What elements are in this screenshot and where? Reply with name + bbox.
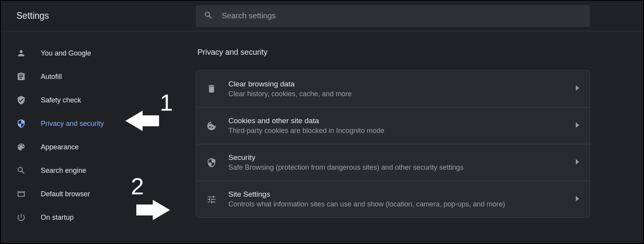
row-text: Security Safe Browsing (protection from …	[228, 153, 575, 172]
sidebar-item-appearance[interactable]: Appearance	[4, 135, 196, 159]
row-clear-browsing-data[interactable]: Clear browsing data Clear history, cooki…	[196, 70, 590, 107]
sidebar-item-label: You and Google	[41, 49, 91, 57]
cookie-icon	[206, 121, 217, 131]
tune-icon	[206, 194, 217, 205]
settings-header: Settings	[1, 1, 643, 31]
security-icon	[16, 119, 26, 128]
sidebar-item-label: Safety check	[41, 96, 81, 104]
search-input[interactable]	[222, 11, 582, 20]
row-security[interactable]: Security Safe Browsing (protection from …	[196, 144, 590, 181]
browser-icon	[16, 189, 26, 199]
row-text: Clear browsing data Clear history, cooki…	[228, 80, 575, 98]
sidebar-item-search-engine[interactable]: Search engine	[4, 159, 196, 182]
search-box[interactable]	[196, 5, 590, 27]
section-title: Privacy and security	[196, 48, 590, 57]
chevron-right-icon	[575, 196, 579, 203]
search-icon	[16, 166, 26, 175]
row-cookies[interactable]: Cookies and other site data Third-party …	[196, 107, 590, 144]
sidebar-item-label: On startup	[41, 214, 74, 222]
row-text: Site Settings Controls what information …	[228, 190, 575, 208]
sidebar-item-autofill[interactable]: Autofill	[4, 65, 196, 88]
row-title: Cookies and other site data	[228, 117, 575, 125]
assignment-icon	[16, 72, 26, 81]
sidebar-item-you-and-google[interactable]: You and Google	[4, 41, 196, 65]
sidebar-item-label: Privacy and security	[41, 120, 104, 128]
row-subtitle: Safe Browsing (protection from dangerous…	[228, 163, 575, 172]
row-site-settings[interactable]: Site Settings Controls what information …	[196, 181, 590, 217]
sidebar: You and Google Autofill Safety check Pri…	[1, 31, 196, 229]
row-text: Cookies and other site data Third-party …	[228, 117, 575, 135]
sidebar-item-label: Autofill	[41, 73, 62, 81]
row-subtitle: Clear history, cookies, cache, and more	[228, 90, 575, 98]
chevron-right-icon	[575, 122, 579, 129]
main-content: Privacy and security Clear browsing data…	[196, 31, 643, 229]
row-subtitle: Third-party cookies are blocked in Incog…	[228, 127, 575, 135]
chevron-right-icon	[575, 85, 579, 92]
sidebar-item-privacy-security[interactable]: Privacy and security	[4, 112, 196, 135]
sidebar-item-label: Search engine	[41, 167, 86, 175]
row-title: Security	[228, 153, 575, 162]
delete-icon	[206, 84, 217, 94]
verified-shield-icon	[16, 95, 26, 105]
security-icon	[206, 158, 217, 168]
row-title: Site Settings	[228, 190, 575, 199]
sidebar-item-label: Appearance	[41, 143, 79, 151]
person-icon	[16, 48, 26, 58]
chevron-right-icon	[575, 159, 579, 166]
power-icon	[16, 213, 26, 222]
palette-icon	[16, 142, 26, 152]
sidebar-item-default-browser[interactable]: Default browser	[4, 182, 196, 206]
sidebar-item-label: Default browser	[41, 190, 90, 198]
sidebar-item-on-startup[interactable]: On startup	[4, 206, 196, 229]
sidebar-item-safety-check[interactable]: Safety check	[4, 88, 196, 112]
row-title: Clear browsing data	[228, 80, 575, 88]
search-icon	[204, 11, 213, 22]
privacy-card: Clear browsing data Clear history, cooki…	[196, 70, 590, 218]
app-title: Settings	[1, 11, 196, 21]
row-subtitle: Controls what information sites can use …	[228, 200, 575, 208]
